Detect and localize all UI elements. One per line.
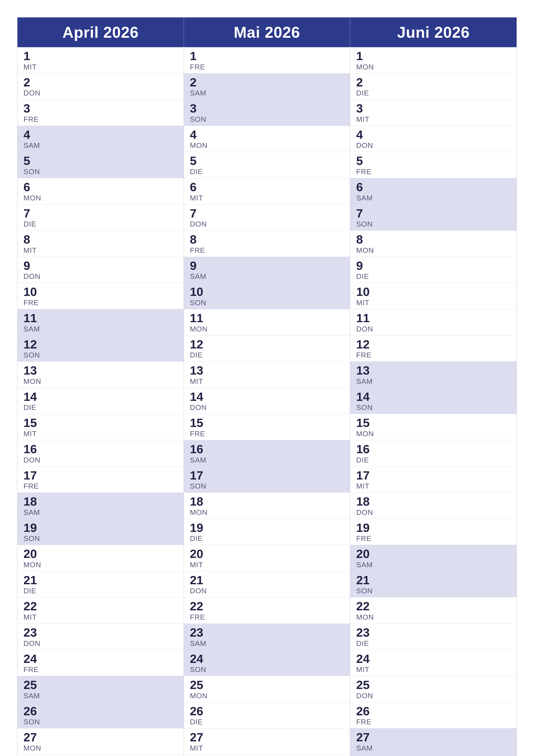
day-number: 21: [23, 574, 178, 587]
day-name: SAM: [23, 508, 178, 517]
day-name: MIT: [23, 613, 178, 621]
day-name: DIE: [356, 89, 511, 97]
day-row: 2DON: [17, 73, 184, 100]
day-number: 19: [23, 521, 178, 534]
day-number: 17: [23, 469, 178, 482]
day-row: 27MON: [17, 728, 184, 755]
day-row: 1FRE: [184, 47, 350, 73]
calendar-grid: April 20261MIT2DON3FRE4SAM5SON6MON7DIE8M…: [17, 17, 517, 756]
day-name: DIE: [190, 168, 344, 176]
day-row: 11MON: [184, 309, 350, 336]
day-name: DON: [190, 587, 344, 595]
day-row: 19DIE: [184, 519, 350, 545]
day-number: 3: [23, 102, 178, 115]
day-number: 4: [190, 128, 344, 141]
day-row: 12FRE: [350, 336, 517, 362]
day-name: DIE: [23, 220, 178, 228]
day-row: 23DIE: [350, 624, 517, 650]
day-row: 5FRE: [350, 152, 517, 178]
day-row: 17MIT: [350, 467, 517, 493]
day-row: 4DON: [350, 126, 517, 152]
month-header-1: Mai 2026: [184, 17, 350, 47]
day-name: SAM: [190, 639, 344, 648]
day-number: 24: [356, 652, 511, 665]
day-name: MON: [23, 377, 178, 386]
day-number: 7: [356, 207, 511, 220]
day-number: 9: [190, 259, 344, 272]
day-row: 22FRE: [184, 597, 350, 624]
day-number: 24: [23, 652, 178, 665]
day-row: 10MIT: [350, 283, 517, 309]
day-number: 17: [356, 469, 511, 482]
day-row: 11DON: [350, 309, 517, 336]
day-row: 18DON: [350, 493, 517, 519]
day-name: FRE: [356, 717, 511, 726]
day-row: 3FRE: [17, 99, 184, 126]
day-number: 3: [190, 102, 344, 115]
day-name: SAM: [23, 325, 178, 333]
day-name: MIT: [356, 482, 511, 490]
day-name: MON: [356, 63, 511, 71]
day-name: MON: [356, 429, 511, 438]
day-row: 23DON: [17, 624, 184, 650]
day-row: 23SAM: [184, 624, 350, 650]
day-number: 8: [190, 233, 344, 246]
day-number: 12: [190, 338, 344, 351]
day-number: 16: [190, 443, 344, 456]
day-name: FRE: [190, 63, 344, 71]
day-number: 20: [356, 547, 511, 560]
day-row: 22MIT: [17, 597, 184, 624]
day-number: 16: [356, 443, 511, 456]
day-number: 10: [23, 285, 178, 298]
day-number: 1: [23, 49, 178, 63]
day-number: 14: [190, 390, 344, 403]
day-row: 4MON: [184, 126, 350, 152]
day-row: 9DIE: [350, 257, 517, 283]
day-row: 12SON: [17, 336, 184, 362]
day-row: 10FRE: [17, 283, 184, 309]
day-number: 4: [23, 128, 178, 141]
day-number: 13: [190, 364, 344, 377]
day-number: 18: [190, 495, 344, 508]
day-row: 2SAM: [184, 73, 350, 100]
day-row: 12DIE: [184, 336, 350, 362]
day-number: 22: [190, 600, 344, 613]
day-name: DIE: [190, 717, 344, 726]
day-name: MON: [356, 613, 511, 621]
day-name: MIT: [23, 429, 178, 438]
day-row: 17SON: [184, 467, 350, 493]
day-name: SON: [190, 298, 344, 307]
day-name: SON: [356, 587, 511, 595]
day-row: 6SAM: [350, 178, 517, 204]
day-number: 23: [23, 626, 178, 639]
day-row: 8MON: [350, 230, 517, 257]
day-name: DIE: [356, 272, 511, 281]
day-name: MIT: [356, 665, 511, 674]
day-number: 14: [23, 390, 178, 403]
day-row: 1MIT: [17, 47, 184, 73]
day-row: 6MIT: [184, 178, 350, 204]
day-number: 11: [23, 311, 178, 325]
day-row: 8FRE: [184, 230, 350, 257]
month-header-0: April 2026: [17, 17, 184, 47]
day-number: 15: [356, 416, 511, 429]
day-name: SAM: [23, 141, 178, 149]
day-name: SON: [190, 482, 344, 490]
day-row: 27SAM: [350, 728, 517, 755]
day-name: MIT: [356, 298, 511, 307]
day-row: 14DON: [184, 388, 350, 414]
day-row: 10SON: [184, 283, 350, 309]
day-row: 2DIE: [350, 73, 517, 100]
day-name: MON: [190, 508, 344, 517]
page: April 20261MIT2DON3FRE4SAM5SON6MON7DIE8M…: [0, 0, 534, 756]
day-number: 16: [23, 443, 178, 456]
day-name: DON: [23, 639, 178, 648]
day-name: FRE: [190, 246, 344, 255]
day-name: FRE: [356, 534, 511, 543]
day-name: SON: [23, 534, 178, 543]
day-row: 19FRE: [350, 519, 517, 545]
day-row: 24MIT: [350, 650, 517, 676]
day-name: MIT: [190, 560, 344, 569]
day-number: 10: [356, 285, 511, 298]
day-name: SON: [190, 115, 344, 123]
